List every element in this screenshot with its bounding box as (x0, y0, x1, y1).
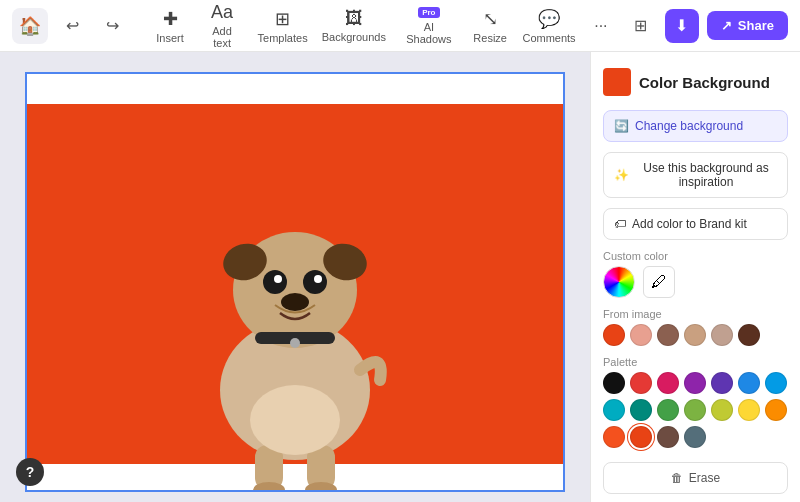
download-button[interactable]: ⬇ (665, 9, 699, 43)
canvas-area[interactable]: ? (0, 52, 590, 502)
ai-badge: Pro (418, 7, 439, 18)
palette-color-circle[interactable] (657, 372, 679, 394)
palette-color-circle[interactable] (603, 399, 625, 421)
pug-svg (165, 150, 425, 490)
panel-title: Color Background (639, 74, 770, 91)
palette-color-circle[interactable] (711, 372, 733, 394)
custom-color-section: Custom color 🖊 (603, 250, 788, 298)
change-background-button[interactable]: 🔄 Change background (603, 110, 788, 142)
svg-point-6 (274, 275, 282, 283)
brand-icon: 🏷 (614, 217, 626, 231)
comments-label: Comments (522, 32, 575, 44)
right-panel: Color Background 🔄 Change background ✨ U… (590, 52, 800, 502)
palette-color-circle[interactable] (684, 372, 706, 394)
panel-header: Color Background (603, 68, 788, 96)
share-icon: ↗ (721, 18, 732, 33)
svg-point-5 (303, 270, 327, 294)
from-image-label: From image (603, 308, 788, 320)
change-bg-label: Change background (635, 119, 743, 133)
from-image-colors (603, 324, 788, 346)
palette-color-circle[interactable] (603, 372, 625, 394)
share-button[interactable]: ↗ Share (707, 11, 788, 40)
erase-button[interactable]: 🗑 Erase (603, 462, 788, 494)
insert-label: Insert (156, 32, 184, 44)
palette-color-circle[interactable] (630, 372, 652, 394)
use-as-inspiration-button[interactable]: ✨ Use this background as inspiration (603, 152, 788, 198)
text-icon: Aa (211, 2, 233, 23)
redo-button[interactable]: ↪ (96, 10, 128, 42)
main-area: ? Color Background 🔄 Change background ✨… (0, 52, 800, 502)
erase-icon: 🗑 (671, 471, 683, 485)
eyedropper-button[interactable]: 🖊 (643, 266, 675, 298)
toolbar: 🏠 ↩ ↪ ✚ Insert Aa Add text ⊞ Templates 🖼… (0, 0, 800, 52)
from-image-color-circle[interactable] (738, 324, 760, 346)
panel-toggle-button[interactable]: ⊞ (625, 10, 657, 42)
toolbar-right: ··· ⊞ ⬇ ↗ Share (585, 9, 788, 43)
toolbar-nav: 🏠 ↩ ↪ (12, 8, 128, 44)
inspiration-icon: ✨ (614, 168, 629, 182)
backgrounds-button[interactable]: 🖼 Backgrounds (317, 4, 391, 47)
insert-icon: ✚ (163, 8, 178, 30)
canvas-frame[interactable] (25, 72, 565, 492)
comments-icon: 💬 (538, 8, 560, 30)
from-image-color-circle[interactable] (630, 324, 652, 346)
templates-label: Templates (258, 32, 308, 44)
palette-color-circle[interactable] (657, 399, 679, 421)
from-image-color-circle[interactable] (603, 324, 625, 346)
resize-icon: ⤡ (483, 8, 498, 30)
palette-colors (603, 372, 788, 448)
svg-point-4 (263, 270, 287, 294)
backgrounds-label: Backgrounds (322, 31, 386, 43)
ai-shadows-button[interactable]: Pro AI Shadows (395, 3, 464, 49)
palette-label: Palette (603, 356, 788, 368)
help-button[interactable]: ? (16, 458, 44, 486)
templates-button[interactable]: ⊞ Templates (252, 4, 313, 48)
pug-image (155, 130, 435, 490)
palette-color-circle[interactable] (711, 399, 733, 421)
palette-color-circle[interactable] (765, 372, 787, 394)
undo-button[interactable]: ↩ (56, 10, 88, 42)
svg-point-10 (290, 338, 300, 348)
add-brand-label: Add color to Brand kit (632, 217, 747, 231)
from-image-color-circle[interactable] (711, 324, 733, 346)
panel-color-swatch (603, 68, 631, 96)
resize-button[interactable]: ⤡ Resize (467, 4, 513, 48)
svg-point-7 (314, 275, 322, 283)
palette-color-circle[interactable] (738, 399, 760, 421)
palette-color-circle[interactable] (684, 399, 706, 421)
svg-point-15 (250, 385, 340, 455)
from-image-color-circle[interactable] (657, 324, 679, 346)
palette-color-circle[interactable] (738, 372, 760, 394)
more-button[interactable]: ··· (585, 10, 617, 42)
palette-color-circle[interactable] (603, 426, 625, 448)
palette-color-circle[interactable] (630, 399, 652, 421)
ai-shadows-label: AI Shadows (403, 21, 456, 45)
custom-color-label: Custom color (603, 250, 788, 262)
color-picker-swatch[interactable] (603, 266, 635, 298)
svg-point-8 (281, 293, 309, 311)
resize-label: Resize (473, 32, 507, 44)
palette-color-circle[interactable] (684, 426, 706, 448)
add-text-button[interactable]: Aa Add text (196, 0, 248, 53)
palette-color-circle[interactable] (765, 399, 787, 421)
backgrounds-icon: 🖼 (345, 8, 363, 29)
from-image-section: From image (603, 308, 788, 346)
comments-button[interactable]: 💬 Comments (517, 4, 581, 48)
home-button[interactable]: 🏠 (12, 8, 48, 44)
palette-section: Palette (603, 356, 788, 448)
change-bg-icon: 🔄 (614, 119, 629, 133)
templates-icon: ⊞ (275, 8, 290, 30)
share-label: Share (738, 18, 774, 33)
erase-label: Erase (689, 471, 720, 485)
palette-color-circle[interactable] (630, 426, 652, 448)
from-image-color-circle[interactable] (684, 324, 706, 346)
add-brand-kit-button[interactable]: 🏷 Add color to Brand kit (603, 208, 788, 240)
add-text-label: Add text (204, 25, 240, 49)
custom-color-row: 🖊 (603, 266, 788, 298)
use-bg-label: Use this background as inspiration (635, 161, 777, 189)
insert-button[interactable]: ✚ Insert (148, 4, 192, 48)
palette-color-circle[interactable] (657, 426, 679, 448)
